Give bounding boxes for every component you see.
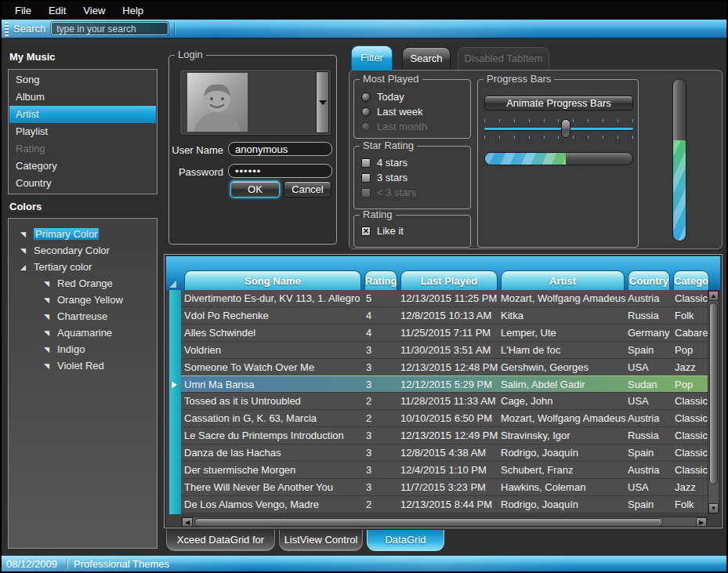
app-window: FileEditViewHelp Search My Music SongAlb… — [2, 2, 726, 571]
search-input[interactable] — [51, 22, 168, 35]
table-row[interactable]: Cassation in G, K. 63, Marcia210/10/2015… — [181, 410, 708, 427]
table-row[interactable]: Voldrien311/30/2015 3:51 AML'Ham de focS… — [181, 342, 708, 359]
tree-item-label: Indigo — [57, 343, 85, 355]
table-row[interactable]: Alles Schwindel411/25/2015 7:11 PMLemper… — [181, 325, 708, 342]
expander-collapsed-icon[interactable]: ◥ — [42, 313, 52, 321]
expander-collapsed-icon[interactable]: ◥ — [42, 346, 52, 354]
column-header-rating[interactable]: Rating — [364, 270, 397, 290]
sidebar-item-category[interactable]: Category — [9, 158, 156, 175]
table-row[interactable]: Der stuermische Morgen312/4/2015 1:10 PM… — [181, 462, 708, 479]
checkbox-3-stars[interactable]: 3 stars — [361, 170, 470, 185]
tree-item-indigo[interactable]: ◥Indigo — [9, 341, 157, 357]
table-row[interactable]: Tossed as it is Untroubled211/28/2015 11… — [181, 393, 708, 410]
cell-country: USA — [628, 479, 673, 496]
checkbox-checked-icon[interactable]: ✕ — [361, 227, 371, 236]
grid-corner-icon[interactable] — [169, 281, 176, 288]
cell-rating: 3 — [366, 462, 396, 479]
avatar-dropdown-button[interactable] — [316, 71, 329, 133]
tree-item-aquamarine[interactable]: ◥Aquamarine — [9, 325, 157, 341]
table-row[interactable]: De Los Alamos Vengo, Madre212/13/2015 8:… — [181, 496, 708, 513]
scroll-up-icon[interactable]: ▲ — [708, 291, 719, 301]
tree-item-chartreuse[interactable]: ◥Chartreuse — [9, 308, 157, 325]
radio-icon[interactable] — [361, 92, 371, 102]
option-label: Last month — [377, 121, 427, 132]
cell-song-name: Tossed as it is Untroubled — [184, 393, 363, 410]
table-row[interactable]: Danza de las Hachas312/8/2015 4:38 AMRod… — [181, 444, 708, 462]
table-row[interactable]: Le Sacre du Printemps Introduction312/13… — [181, 427, 708, 444]
scroll-left-icon[interactable]: ◀ — [182, 517, 193, 526]
tab-filter[interactable]: Filter — [351, 45, 393, 71]
tree-item-orange-yellow[interactable]: ◥Orange Yellow — [9, 292, 157, 308]
bottom-tab-xceed-datagrid-for-wpf[interactable]: Xceed DataGrid for WPF — [166, 530, 275, 551]
column-header-country[interactable]: Country — [628, 270, 670, 290]
tree-item-red-orange[interactable]: ◥Red Orange — [9, 275, 157, 292]
vertical-scroll-thumb[interactable] — [709, 303, 718, 484]
sidebar-item-song[interactable]: Song — [9, 71, 156, 89]
sidebar-item-artist[interactable]: Artist — [9, 106, 156, 123]
horizontal-scroll-thumb[interactable] — [194, 518, 663, 526]
tree-item-primary-color[interactable]: ◥Primary Color — [9, 226, 157, 242]
menu-item-view[interactable]: View — [74, 3, 114, 18]
checkbox-icon[interactable] — [361, 158, 371, 168]
tab-search[interactable]: Search — [402, 47, 451, 71]
username-label: User Name — [169, 144, 223, 156]
table-row[interactable]: There Will Never Be Another You311/7/201… — [181, 479, 708, 496]
bottom-tab-datagrid-control[interactable]: DataGrid Control — [367, 530, 444, 551]
menu-item-edit[interactable]: Edit — [40, 3, 74, 18]
progress-slider[interactable] — [484, 118, 633, 140]
vertical-scrollbar[interactable]: ▲ ▼ — [708, 290, 719, 514]
sidebar-item-country[interactable]: Country — [9, 175, 156, 192]
tree-item-label: Chartreuse — [57, 310, 107, 322]
datagrid: Song NameRatingLast PlayedArtistCountryC… — [164, 254, 723, 528]
expander-collapsed-icon[interactable]: ◥ — [42, 296, 52, 304]
expander-expanded-icon[interactable]: ◢ — [18, 263, 28, 271]
table-row[interactable]: Umri Ma Bansa312/12/2015 5:29 PMSalim, A… — [181, 375, 708, 393]
table-row[interactable]: Vdol Po Rechenke412/8/2015 10:13 AMKitka… — [181, 307, 708, 325]
expander-collapsed-icon[interactable]: ◥ — [18, 230, 28, 238]
slider-ticks-bottom — [484, 136, 633, 139]
checkbox-icon[interactable] — [361, 173, 371, 183]
expander-collapsed-icon[interactable]: ◥ — [42, 280, 52, 288]
toolbar-gripper-icon[interactable] — [5, 22, 9, 36]
sidebar-item-playlist[interactable]: Playlist — [9, 123, 156, 140]
column-header-song-name[interactable]: Song Name — [184, 270, 361, 290]
tree-item-violet-red[interactable]: ◥Violet Red — [9, 357, 157, 374]
cell-rating: 3 — [366, 479, 396, 496]
column-header-last-played[interactable]: Last Played — [400, 270, 498, 290]
column-header-artist[interactable]: Artist — [501, 270, 625, 290]
username-field[interactable] — [228, 142, 332, 156]
cancel-button[interactable]: Cancel — [284, 181, 331, 198]
slider-thumb[interactable] — [561, 119, 570, 138]
table-row[interactable]: Divertimento Es-dur, KV 113, 1. Allegro5… — [181, 290, 708, 307]
radio-icon[interactable] — [361, 107, 371, 117]
cell-country: Austria — [628, 462, 673, 479]
cell-category: Classical — [675, 427, 708, 444]
bottom-tab-listview-control[interactable]: ListView Control — [279, 530, 363, 551]
cell-artist: L'Ham de foc — [501, 342, 628, 359]
radio-today[interactable]: Today — [361, 89, 470, 104]
menu-item-file[interactable]: File — [6, 3, 40, 18]
checkbox-4-stars[interactable]: 4 stars — [361, 155, 470, 170]
checkbox-like-it[interactable]: ✕Like it — [361, 223, 470, 238]
scroll-right-icon[interactable]: ▶ — [696, 517, 707, 526]
column-header-category[interactable]: Category — [673, 270, 709, 290]
slider-track[interactable] — [484, 128, 633, 130]
radio-last-week[interactable]: Last week — [361, 104, 470, 119]
password-field[interactable] — [228, 164, 332, 178]
avatar-combobox[interactable] — [179, 69, 331, 136]
menu-item-help[interactable]: Help — [114, 3, 152, 18]
expander-collapsed-icon[interactable]: ◥ — [42, 362, 52, 370]
sidebar-item-album[interactable]: Album — [9, 89, 156, 106]
animate-progress-button[interactable]: Animate Progress Bars — [484, 96, 633, 111]
cell-song-name: Danza de las Hachas — [184, 444, 363, 462]
ok-button[interactable]: OK — [230, 181, 280, 198]
tree-item-tertiary-color[interactable]: ◢Tertiary color — [9, 259, 157, 275]
expander-collapsed-icon[interactable]: ◥ — [18, 247, 28, 255]
scroll-down-icon[interactable]: ▼ — [708, 503, 719, 513]
expander-collapsed-icon[interactable]: ◥ — [42, 329, 52, 337]
horizontal-scrollbar[interactable]: ◀ ▶ — [181, 517, 708, 526]
radio-icon — [361, 122, 371, 132]
tree-item-secondary-color[interactable]: ◥Secondary Color — [9, 242, 157, 259]
menu-bar: FileEditViewHelp — [2, 2, 726, 20]
table-row[interactable]: Someone To Watch Over Me312/13/2015 12:4… — [181, 359, 708, 376]
